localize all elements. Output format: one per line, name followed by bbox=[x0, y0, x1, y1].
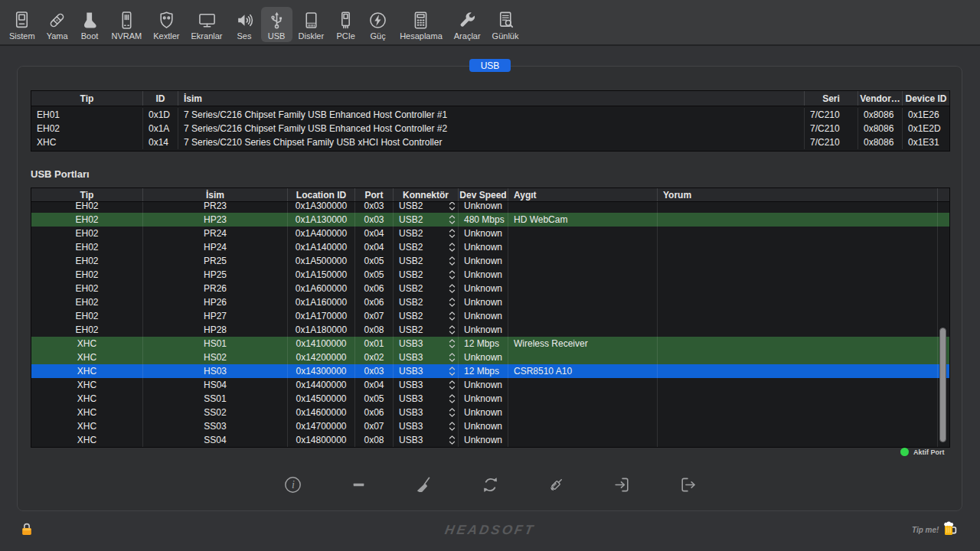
vertical-scrollbar-thumb[interactable] bbox=[939, 328, 946, 442]
column-header[interactable]: Tip bbox=[31, 188, 143, 201]
connector-select[interactable]: USB2 bbox=[394, 295, 459, 309]
port-row[interactable]: EH02HP250x1A1500000x05USB2Unknown bbox=[31, 268, 949, 282]
connector-select[interactable]: USB3 bbox=[394, 392, 459, 406]
toolbar-item-kextler[interactable]: Kextler bbox=[148, 7, 185, 42]
toolbar-item-hesaplama[interactable]: Hesaplama bbox=[394, 7, 448, 42]
column-header[interactable]: Konnektör bbox=[394, 188, 459, 201]
port-row[interactable]: XHCSS030x147000000x07USB3Unknown bbox=[31, 419, 949, 433]
connector-select[interactable]: USB2 bbox=[394, 240, 459, 254]
connector-select[interactable]: USB3 bbox=[394, 433, 459, 447]
port-row[interactable]: EH02HP270x1A1700000x07USB2Unknown bbox=[31, 309, 949, 323]
connector-select[interactable]: USB2 bbox=[394, 282, 459, 295]
toolbar-item-günlük[interactable]: Günlük bbox=[487, 7, 524, 42]
connector-select[interactable]: USB3 bbox=[394, 350, 459, 364]
inject-button[interactable] bbox=[546, 474, 566, 495]
tip-me-label[interactable]: Tip me! bbox=[912, 526, 939, 534]
port-row[interactable]: XHCSS040x148000000x08USB3Unknown bbox=[31, 433, 949, 447]
toolbar-item-nvram[interactable]: NVRAM bbox=[106, 7, 148, 42]
toolbar-item-ekranlar[interactable]: Ekranlar bbox=[186, 7, 228, 42]
port-row[interactable]: EH02PR250x1A5000000x05USB2Unknown bbox=[31, 254, 949, 268]
connector-select[interactable]: USB2 bbox=[394, 213, 459, 227]
connector-select[interactable]: USB3 bbox=[394, 419, 459, 433]
port-row[interactable]: XHCHS010x141000000x01USB312 MbpsWireless… bbox=[31, 337, 949, 350]
column-header[interactable]: Yorum bbox=[658, 188, 938, 201]
controller-row[interactable]: EH010x1D7 Series/C216 Chipset Family USB… bbox=[31, 108, 949, 122]
controllers-table-body: EH010x1D7 Series/C216 Chipset Family USB… bbox=[31, 106, 949, 149]
connector-value: USB3 bbox=[399, 366, 423, 377]
port-cell-yorum bbox=[658, 227, 938, 240]
port-cell-isim: HP23 bbox=[143, 213, 288, 227]
connector-select[interactable]: USB2 bbox=[394, 309, 459, 323]
port-row[interactable]: EH02PR240x1A4000000x04USB2Unknown bbox=[31, 227, 949, 240]
port-cell-dev_speed: Unknown bbox=[459, 227, 508, 240]
port-row[interactable]: XHCHS040x144000000x04USB3Unknown bbox=[31, 378, 949, 392]
port-row[interactable]: EH02HP260x1A1600000x06USB2Unknown bbox=[31, 295, 949, 309]
port-row[interactable]: XHCSS020x146000000x06USB3Unknown bbox=[31, 406, 949, 419]
toolbar-item-boot[interactable]: Boot bbox=[74, 7, 106, 42]
clean-button[interactable] bbox=[414, 474, 434, 495]
connector-select[interactable]: USB3 bbox=[394, 364, 459, 378]
connector-select[interactable]: USB2 bbox=[394, 323, 459, 337]
connector-select[interactable]: USB2 bbox=[394, 268, 459, 282]
connector-select[interactable]: USB2 bbox=[394, 202, 459, 213]
toolbar-item-sistem[interactable]: Sistem bbox=[4, 7, 41, 42]
column-header[interactable]: ID bbox=[143, 91, 178, 106]
toolbar-item-yama[interactable]: Yama bbox=[41, 7, 74, 42]
port-row[interactable]: EH02HP230x1A1300000x03USB2480 MbpsHD Web… bbox=[31, 213, 949, 227]
column-header[interactable]: Vendor… bbox=[858, 91, 903, 106]
port-row[interactable]: EH02PR230x1A3000000x03USB2Unknown bbox=[31, 202, 949, 213]
column-header[interactable]: Location ID bbox=[288, 188, 355, 201]
port-row[interactable]: XHCHS020x142000000x02USB3Unknown bbox=[31, 350, 949, 364]
remove-button[interactable] bbox=[348, 474, 368, 495]
beer-icon[interactable] bbox=[942, 521, 958, 540]
column-header[interactable]: Port bbox=[355, 188, 394, 201]
controller-cell-vendor: 0x8086 bbox=[858, 108, 903, 122]
port-cell-aygit: Wireless Receiver bbox=[508, 337, 658, 350]
wrench-icon bbox=[457, 10, 478, 31]
lock-icon[interactable] bbox=[21, 523, 32, 539]
port-row[interactable]: XHCSS010x145000000x05USB3Unknown bbox=[31, 392, 949, 406]
port-row[interactable]: EH02PR260x1A6000000x06USB2Unknown bbox=[31, 282, 949, 295]
info-button[interactable]: i bbox=[283, 474, 302, 495]
port-row[interactable]: EH02HP240x1A1400000x04USB2Unknown bbox=[31, 240, 949, 254]
port-row[interactable]: XHCHS030x143000000x03USB312 MbpsCSR8510 … bbox=[31, 364, 949, 378]
connector-select[interactable]: USB3 bbox=[394, 337, 459, 350]
port-cell-dev_speed: Unknown bbox=[459, 392, 508, 406]
controller-row[interactable]: EH020x1A7 Series/C216 Chipset Family USB… bbox=[31, 122, 949, 135]
controller-row[interactable]: XHC0x147 Series/C210 Series Chipset Fami… bbox=[31, 135, 949, 149]
stepper-icon bbox=[449, 229, 456, 239]
toolbar-item-usb[interactable]: USB bbox=[261, 7, 292, 42]
connector-value: USB2 bbox=[399, 214, 423, 225]
port-cell-isim: SS02 bbox=[143, 406, 288, 419]
column-header[interactable]: Aygıt bbox=[508, 188, 658, 201]
import-button[interactable] bbox=[612, 474, 632, 495]
port-cell-isim: HS04 bbox=[143, 378, 288, 392]
toolbar-item-güç[interactable]: Güç bbox=[362, 7, 394, 42]
port-cell-dev_speed: 480 Mbps bbox=[459, 213, 508, 227]
connector-select[interactable]: USB3 bbox=[394, 406, 459, 419]
column-header[interactable]: Dev Speed bbox=[459, 188, 508, 201]
export-button[interactable] bbox=[678, 474, 697, 495]
port-row[interactable]: EH02HP280x1A1800000x08USB2Unknown bbox=[31, 323, 949, 337]
stepper-icon bbox=[449, 298, 456, 308]
toolbar-item-diskler[interactable]: Diskler bbox=[293, 7, 330, 42]
connector-select[interactable]: USB2 bbox=[394, 254, 459, 268]
column-header[interactable]: İsim bbox=[143, 188, 288, 201]
toolbar-item-araçlar[interactable]: Araçlar bbox=[449, 7, 486, 42]
connector-select[interactable]: USB2 bbox=[394, 227, 459, 240]
toolbar-item-ses[interactable]: Ses bbox=[229, 7, 260, 42]
controller-cell-seri: 7/C210 bbox=[805, 122, 858, 135]
connector-value: USB2 bbox=[399, 283, 423, 294]
tab-usb[interactable]: USB bbox=[469, 59, 511, 72]
column-header[interactable]: Seri bbox=[805, 91, 858, 106]
column-header[interactable]: İsim bbox=[178, 91, 805, 106]
port-cell-dev_speed: Unknown bbox=[459, 350, 508, 364]
port-cell-yorum bbox=[658, 309, 938, 323]
refresh-button[interactable] bbox=[480, 474, 500, 495]
port-cell-spacer bbox=[938, 202, 949, 213]
column-header[interactable]: Tip bbox=[31, 91, 143, 106]
toolbar-item-pcie[interactable]: PCIe bbox=[330, 7, 361, 42]
connector-select[interactable]: USB3 bbox=[394, 378, 459, 392]
port-cell-yorum bbox=[658, 295, 938, 309]
column-header[interactable]: Device ID bbox=[903, 91, 949, 106]
